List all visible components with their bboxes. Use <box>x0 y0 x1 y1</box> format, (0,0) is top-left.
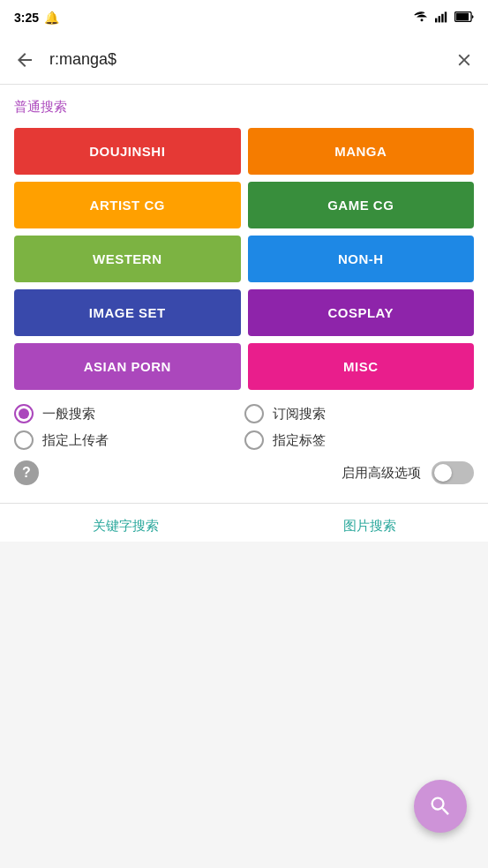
radio-label-general: 一般搜索 <box>42 406 95 423</box>
search-fab-icon <box>428 794 453 819</box>
wifi-icon <box>414 11 430 26</box>
svg-rect-2 <box>441 13 443 22</box>
category-western[interactable]: WESTERN <box>14 236 241 282</box>
radio-tag-search[interactable]: 指定标签 <box>244 430 475 450</box>
category-non-h[interactable]: NON-H <box>248 236 475 282</box>
svg-rect-5 <box>456 13 469 20</box>
status-time: 3:25 <box>14 11 39 25</box>
category-game-cg[interactable]: GAME CG <box>248 182 475 228</box>
search-bar <box>0 35 488 85</box>
radio-circle-tag <box>244 430 264 450</box>
radio-section: 一般搜索 订阅搜索 指定上传者 指定标签 <box>14 404 474 450</box>
radio-circle-general <box>14 404 34 423</box>
search-fab-button[interactable] <box>414 780 467 833</box>
category-image-set[interactable]: IMAGE SET <box>14 289 241 336</box>
clear-button[interactable] <box>451 47 477 73</box>
keyword-search-link[interactable]: 关键字搜索 <box>93 518 159 535</box>
category-artist-cg[interactable]: ARTIST CG <box>14 182 241 228</box>
category-cosplay[interactable]: COSPLAY <box>248 289 475 336</box>
radio-label-subscription: 订阅搜索 <box>273 406 326 423</box>
advanced-toggle[interactable] <box>432 461 474 484</box>
radio-label-uploader: 指定上传者 <box>42 432 109 449</box>
help-icon[interactable]: ? <box>14 460 39 485</box>
svg-rect-3 <box>445 11 447 22</box>
radio-circle-uploader <box>14 430 34 450</box>
search-input[interactable] <box>49 50 440 69</box>
svg-rect-1 <box>439 16 440 22</box>
advanced-label: 启用高级选项 <box>342 465 421 482</box>
battery-icon <box>454 11 474 25</box>
radio-label-tag: 指定标签 <box>273 432 326 449</box>
radio-circle-subscription <box>244 404 264 423</box>
radio-general-search[interactable]: 一般搜索 <box>14 404 244 423</box>
advanced-left: ? <box>14 460 39 485</box>
status-bar: 3:25 🔔 <box>0 0 488 35</box>
image-search-link[interactable]: 图片搜索 <box>343 518 396 535</box>
section-title: 普通搜索 <box>14 99 474 116</box>
radio-uploader-search[interactable]: 指定上传者 <box>14 430 244 450</box>
category-grid: DOUJINSHI MANGA ARTIST CG GAME CG WESTER… <box>14 128 474 390</box>
category-misc[interactable]: MISC <box>248 343 475 390</box>
category-asian-porn[interactable]: ASIAN PORN <box>14 343 241 390</box>
svg-rect-0 <box>435 18 437 22</box>
radio-subscription-search[interactable]: 订阅搜索 <box>244 404 475 423</box>
toggle-thumb <box>434 464 452 482</box>
category-doujinshi[interactable]: DOUJINSHI <box>14 128 241 175</box>
category-manga[interactable]: MANGA <box>248 128 475 175</box>
signal-icon <box>435 11 449 26</box>
search-panel: 普通搜索 DOUJINSHI MANGA ARTIST CG GAME CG W… <box>0 85 488 504</box>
notification-icon: 🔔 <box>44 11 59 25</box>
bottom-links: 关键字搜索 图片搜索 <box>0 504 488 542</box>
back-button[interactable] <box>11 46 39 74</box>
advanced-row: ? 启用高级选项 <box>14 460 474 485</box>
